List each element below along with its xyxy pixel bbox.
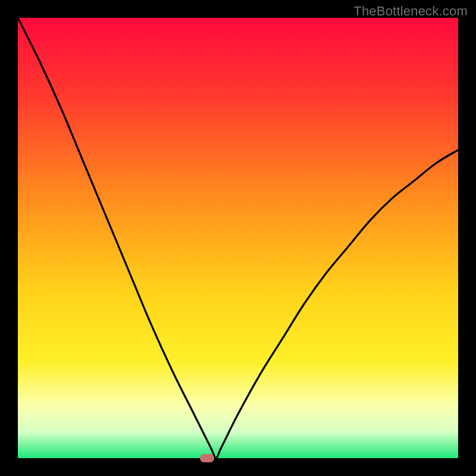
- watermark-text: TheBottleneck.com: [353, 4, 468, 19]
- plot-background: [18, 18, 458, 458]
- chart-frame: TheBottleneck.com: [0, 0, 476, 476]
- bottleneck-marker: [200, 454, 214, 462]
- bottleneck-plot: [18, 18, 458, 458]
